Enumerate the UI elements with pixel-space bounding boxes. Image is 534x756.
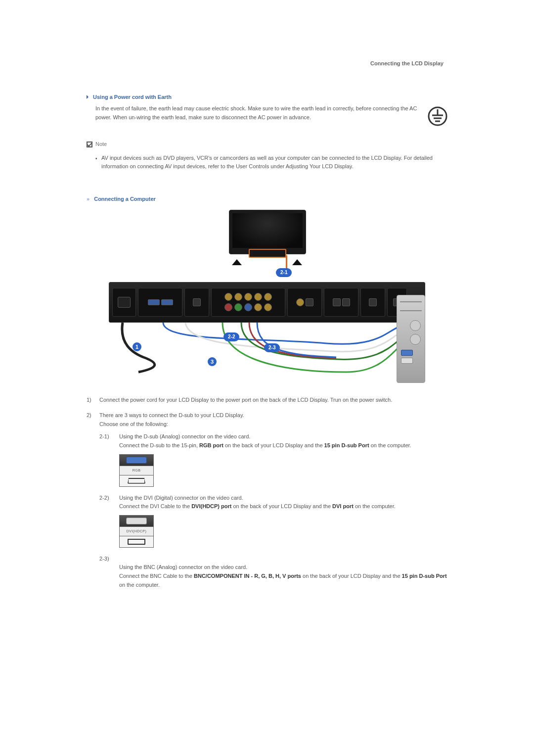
section-heading-power-cord: Using a Power cord with Earth (87, 93, 447, 102)
section-heading-text: Connecting a Computer (94, 196, 156, 202)
earth-ground-icon (428, 106, 447, 126)
diagram-rear-panel (109, 282, 425, 323)
dvi-port-figure: DVI(HDCP) (119, 515, 154, 548)
substep-2-1: 2-1) Using the D-sub (Analog) connector … (99, 432, 447, 486)
substep-number: 2-1) (99, 432, 119, 486)
connection-diagram: 2-1 (109, 210, 425, 382)
step-number: 1) (87, 396, 99, 405)
substep-body: Using the D-sub (Analog) connector on th… (119, 432, 447, 486)
section-heading-connecting-computer: » Connecting a Computer (87, 195, 447, 204)
diagram-callout-2-3: 2-3 (264, 343, 280, 352)
diagram-monitor (229, 210, 305, 259)
arrow-right-icon (87, 95, 89, 99)
diagram-pc-tower (397, 295, 425, 383)
document-page: Connecting the LCD Display Using a Power… (87, 0, 447, 643)
substep-2-3: 2-3) Using the BNC (Analog) connector on… (99, 555, 447, 589)
substep-number: 2-3) (99, 555, 119, 589)
note-heading: Note (87, 140, 447, 149)
page-title: Connecting the LCD Display (87, 59, 447, 68)
substep-body: Using the BNC (Analog) connector on the … (119, 555, 447, 589)
note-item: AV input devices such as DVD players, VC… (95, 154, 447, 171)
diagram-power-inlet (118, 297, 131, 308)
rgb-port-figure: RGB (119, 454, 154, 487)
step-2: 2) There are 3 ways to connect the D-sub… (87, 411, 447, 596)
diagram-callout-2-2: 2-2 (223, 332, 239, 341)
step-body: There are 3 ways to connect the D-sub to… (99, 411, 447, 596)
substep-2-2: 2-2) Using the DVI (Digital) connector o… (99, 494, 447, 548)
step-1: 1) Connect the power cord for your LCD D… (87, 396, 447, 405)
section-body: In the event of failure, the earth lead … (87, 104, 447, 126)
port-figure-label: RGB (120, 466, 153, 475)
step-body: Connect the power cord for your LCD Disp… (99, 396, 447, 405)
section-heading-text: Using a Power cord with Earth (93, 94, 172, 100)
chevron-right-icon: » (87, 195, 89, 204)
diagram-cables: 1 2-2 2-3 3 (109, 323, 425, 382)
note-label: Note (95, 140, 107, 149)
check-icon (87, 142, 92, 147)
steps-list: 1) Connect the power cord for your LCD D… (87, 396, 447, 597)
port-figure-label: DVI(HDCP) (120, 526, 153, 536)
sub-steps: 2-1) Using the D-sub (Analog) connector … (99, 432, 447, 589)
step-number: 2) (87, 411, 99, 596)
diagram-callout-3: 3 (208, 357, 217, 366)
diagram-callout-1: 1 (133, 342, 141, 351)
substep-number: 2-2) (99, 494, 119, 548)
substep-body: Using the DVI (Digital) connector on the… (119, 494, 447, 548)
section-text: In the event of failure, the earth lead … (87, 104, 422, 122)
note-list: AV input devices such as DVD players, VC… (87, 154, 447, 171)
diagram-callout-2-1: 2-1 (276, 268, 292, 277)
